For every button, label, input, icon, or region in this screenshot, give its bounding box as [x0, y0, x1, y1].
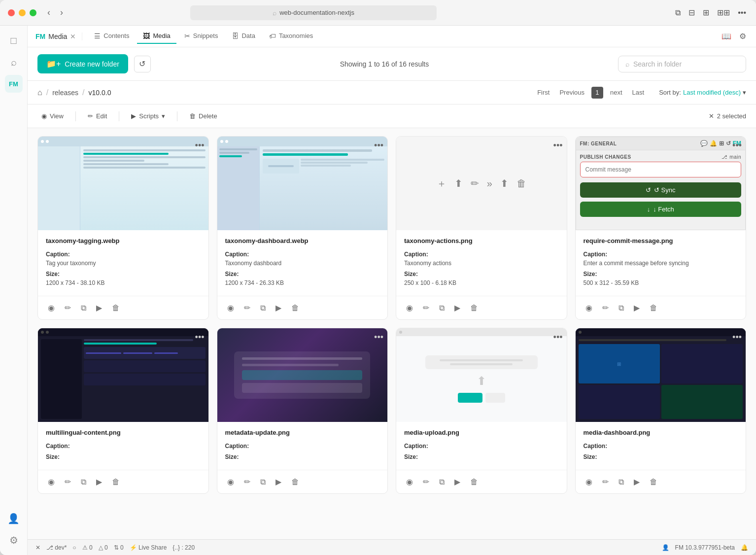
back-button[interactable]: ‹ [44, 6, 53, 19]
card-6-copy-button[interactable]: ⧉ [258, 476, 268, 488]
card-2-delete-button[interactable]: 🗑 [289, 302, 301, 314]
card-7-edit-button[interactable]: ✏ [421, 475, 431, 488]
close-selection-icon[interactable]: ✕ [709, 112, 714, 120]
card-2-view-button[interactable]: ◉ [225, 301, 236, 314]
card-5-delete-button[interactable]: 🗑 [110, 476, 122, 488]
sidebar-item-file[interactable]: □ [5, 32, 23, 49]
card-3-more-button[interactable]: ••• [553, 140, 563, 151]
refresh-button[interactable]: ↺ [134, 56, 151, 72]
split-icon[interactable]: ⊟ [687, 7, 697, 18]
book-icon[interactable]: 📖 [720, 31, 733, 42]
tab-snippets[interactable]: ✂ Snippets [178, 29, 224, 44]
next-page-button[interactable]: next [607, 87, 625, 98]
card-2-more-button[interactable]: ••• [374, 140, 383, 151]
home-icon[interactable]: ⌂ [37, 88, 42, 97]
card-2-thumbnail[interactable]: ••• [217, 137, 388, 230]
card-1-more-button[interactable]: ••• [195, 140, 205, 151]
card-7-script-button[interactable]: ▶ [452, 475, 462, 488]
forward-button[interactable]: › [57, 6, 66, 19]
chevron-down-icon[interactable]: ▾ [743, 89, 746, 96]
card-3-delete-button[interactable]: 🗑 [468, 302, 480, 314]
card-7-view-button[interactable]: ◉ [404, 475, 415, 488]
more-icon[interactable]: ••• [736, 7, 748, 18]
card-8-copy-button[interactable]: ⧉ [617, 476, 626, 488]
card-3-view-button[interactable]: ◉ [404, 301, 415, 314]
card-6-script-button[interactable]: ▶ [274, 475, 283, 488]
card-6-delete-button[interactable]: 🗑 [289, 476, 301, 488]
sort-value[interactable]: Last modified (desc) [683, 89, 741, 96]
card-8-script-button[interactable]: ▶ [632, 475, 642, 488]
card-4-more-button[interactable]: ••• [732, 140, 742, 151]
card-3-thumbnail[interactable]: ＋ ⬆ ✏ » ⬆ 🗑 ••• [396, 137, 567, 230]
card-1-edit-button[interactable]: ✏ [63, 301, 73, 314]
card-1-thumbnail[interactable]: ••• [38, 137, 208, 230]
view-button[interactable]: ◉ View [37, 110, 68, 122]
commit-message-input[interactable] [580, 162, 742, 177]
card-3-copy-button[interactable]: ⧉ [437, 302, 447, 314]
breadcrumb-releases[interactable]: releases [52, 89, 78, 97]
card-6-view-button[interactable]: ◉ [225, 475, 236, 488]
card-5-copy-button[interactable]: ⧉ [79, 476, 88, 488]
card-5-more-button[interactable]: ••• [195, 332, 205, 343]
card-1-copy-button[interactable]: ⧉ [79, 302, 88, 314]
card-4-script-button[interactable]: ▶ [632, 301, 642, 314]
card-1-view-button[interactable]: ◉ [46, 301, 57, 314]
tab-contents[interactable]: ☰ Contents [88, 29, 135, 44]
delete-button[interactable]: 🗑 Delete [185, 110, 221, 122]
maximize-button[interactable] [30, 9, 36, 16]
card-8-edit-button[interactable]: ✏ [600, 475, 611, 488]
breadcrumb-version[interactable]: v10.0.0 [89, 89, 111, 97]
create-folder-button[interactable]: 📁+ Create new folder [37, 54, 128, 73]
tab-close-button[interactable]: ✕ [70, 33, 76, 40]
card-7-delete-button[interactable]: 🗑 [468, 476, 480, 488]
grid-icon[interactable]: ⊞⊞ [715, 7, 732, 18]
edit-button[interactable]: ✏ Edit [84, 110, 111, 122]
minimize-button[interactable] [19, 9, 26, 16]
card-2-edit-button[interactable]: ✏ [242, 301, 252, 314]
sync-button[interactable]: ↺ ↺ Sync [580, 182, 742, 198]
sidebar-toggle-icon[interactable]: ⧉ [673, 7, 683, 18]
sidebar-item-fm[interactable]: FM [5, 75, 23, 93]
card-5-thumbnail[interactable]: ••• [38, 328, 208, 422]
first-page-button[interactable]: First [534, 87, 552, 98]
card-8-view-button[interactable]: ◉ [584, 475, 594, 488]
card-2-script-button[interactable]: ▶ [274, 301, 283, 314]
card-7-thumbnail[interactable]: ⬆ ••• [396, 328, 567, 422]
card-1-delete-button[interactable]: 🗑 [110, 302, 122, 314]
card-8-more-button[interactable]: ••• [732, 332, 742, 343]
tab-media[interactable]: 🖼 Media [137, 29, 176, 44]
card-2-copy-button[interactable]: ⧉ [258, 302, 268, 314]
close-status-icon[interactable]: ✕ [35, 544, 40, 551]
last-page-button[interactable]: Last [629, 87, 648, 98]
card-4-thumbnail[interactable]: FM: GENERAL 💬 🔔 ⊞ ↺ FM [576, 137, 746, 230]
card-8-delete-button[interactable]: 🗑 [648, 476, 659, 488]
search-box[interactable]: ⌕ Search in folder [618, 56, 746, 72]
prev-page-button[interactable]: Previous [556, 87, 587, 98]
card-4-edit-button[interactable]: ✏ [600, 301, 611, 314]
card-1-script-button[interactable]: ▶ [94, 301, 104, 314]
settings-icon[interactable]: ⚙ [737, 31, 748, 42]
card-6-edit-button[interactable]: ✏ [242, 475, 252, 488]
card-4-view-button[interactable]: ◉ [584, 301, 594, 314]
sidebar-item-user[interactable]: 👤 [5, 510, 23, 527]
card-3-script-button[interactable]: ▶ [452, 301, 462, 314]
url-bar[interactable]: ⌕ web-documentation-nextjs [190, 5, 437, 20]
live-share-button[interactable]: ⚡ Live Share [130, 544, 167, 551]
close-button[interactable] [8, 9, 15, 16]
card-4-delete-button[interactable]: 🗑 [648, 302, 659, 314]
card-7-copy-button[interactable]: ⧉ [437, 476, 447, 488]
card-6-thumbnail[interactable]: ••• [217, 328, 388, 422]
card-5-view-button[interactable]: ◉ [46, 475, 57, 488]
card-4-copy-button[interactable]: ⧉ [617, 302, 626, 314]
panel-icon[interactable]: ⊞ [701, 7, 711, 18]
sidebar-item-settings[interactable]: ⚙ [5, 531, 23, 549]
tab-taxonomies[interactable]: 🏷 Taxonomies [263, 29, 319, 44]
card-7-more-button[interactable]: ••• [553, 332, 563, 343]
card-8-thumbnail[interactable]: ⊞ ••• [576, 328, 746, 422]
card-5-edit-button[interactable]: ✏ [63, 475, 73, 488]
card-6-more-button[interactable]: ••• [374, 332, 383, 343]
sidebar-item-search[interactable]: ⌕ [5, 53, 23, 71]
card-3-edit-button[interactable]: ✏ [421, 301, 431, 314]
scripts-button[interactable]: ▶ Scripts ▾ [127, 110, 169, 122]
fetch-button[interactable]: ↓ ↓ Fetch [580, 202, 742, 217]
